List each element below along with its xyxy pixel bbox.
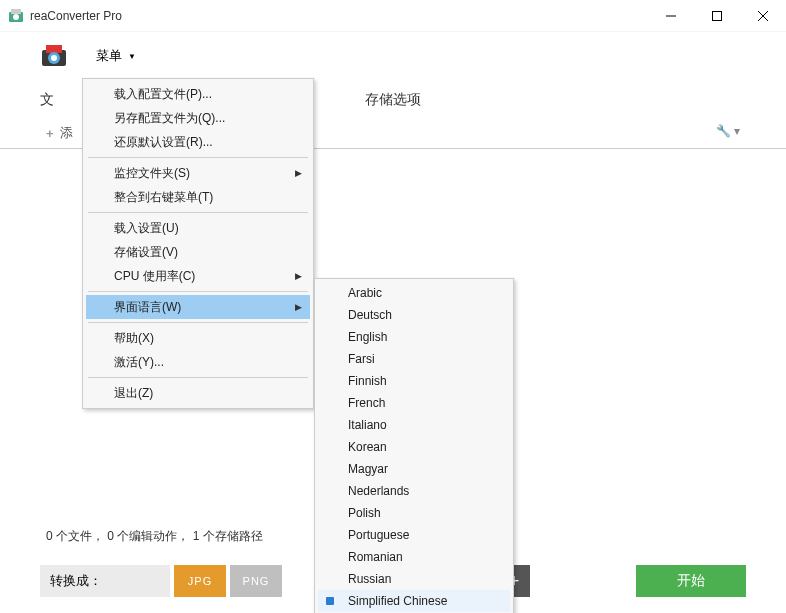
menu-load-profile[interactable]: 载入配置文件(P)... (86, 82, 310, 106)
menu-watch-folders[interactable]: 监控文件夹(S)▶ (86, 161, 310, 185)
add-files-label[interactable]: 添 (60, 124, 73, 142)
tab-storage-options[interactable]: 存储选项 (365, 91, 421, 109)
settings-wrench-button[interactable]: 🔧 ▾ (716, 124, 740, 138)
menu-separator (88, 377, 308, 378)
language-option[interactable]: Deutsch (318, 304, 510, 326)
menu-save-settings[interactable]: 存储设置(V) (86, 240, 310, 264)
language-option[interactable]: Polish (318, 502, 510, 524)
menu-separator (88, 212, 308, 213)
svg-rect-4 (713, 11, 722, 20)
menu-context-menu[interactable]: 整合到右键菜单(T) (86, 185, 310, 209)
tab-files[interactable]: 文 (40, 91, 54, 109)
format-jpg-button[interactable]: JPG (174, 565, 226, 597)
close-button[interactable] (740, 0, 786, 32)
language-option[interactable]: Arabic (318, 282, 510, 304)
minimize-button[interactable] (648, 0, 694, 32)
start-button[interactable]: 开始 (636, 565, 746, 597)
menu-load-settings[interactable]: 载入设置(U) (86, 216, 310, 240)
language-option[interactable]: French (318, 392, 510, 414)
main-menu-dropdown: 载入配置文件(P)... 另存配置文件为(Q)... 还原默认设置(R)... … (82, 78, 314, 409)
language-option[interactable]: Italiano (318, 414, 510, 436)
menu-separator (88, 322, 308, 323)
menu-cpu-usage[interactable]: CPU 使用率(C)▶ (86, 264, 310, 288)
language-option[interactable]: Finnish (318, 370, 510, 392)
convert-to-label: 转换成： (40, 565, 170, 597)
language-option[interactable]: Portuguese (318, 524, 510, 546)
svg-point-10 (51, 55, 57, 61)
chevron-right-icon: ▶ (295, 168, 302, 178)
menu-activate[interactable]: 激活(Y)... (86, 350, 310, 374)
menu-help[interactable]: 帮助(X) (86, 326, 310, 350)
status-text: 0 个文件， 0 个编辑动作， 1 个存储路径 (46, 528, 263, 545)
language-option[interactable]: Korean (318, 436, 510, 458)
menu-exit[interactable]: 退出(Z) (86, 381, 310, 405)
menu-separator (88, 291, 308, 292)
language-option[interactable]: Magyar (318, 458, 510, 480)
language-submenu: ArabicDeutschEnglishFarsiFinnishFrenchIt… (314, 278, 514, 613)
language-option[interactable]: English (318, 326, 510, 348)
language-option[interactable]: Farsi (318, 348, 510, 370)
maximize-button[interactable] (694, 0, 740, 32)
menu-interface-language[interactable]: 界面语言(W)▶ (86, 295, 310, 319)
logo-icon (40, 42, 68, 70)
chevron-right-icon: ▶ (295, 302, 302, 312)
svg-rect-1 (11, 9, 21, 14)
toolbar: 菜单 ▼ (0, 32, 786, 80)
app-icon (8, 8, 24, 24)
menu-separator (88, 157, 308, 158)
menu-button[interactable]: 菜单 ▼ (88, 43, 144, 69)
window-controls (648, 0, 786, 32)
menu-restore-defaults[interactable]: 还原默认设置(R)... (86, 130, 310, 154)
language-option[interactable]: Nederlands (318, 480, 510, 502)
language-option[interactable]: Romanian (318, 546, 510, 568)
svg-point-2 (13, 14, 19, 20)
chevron-down-icon: ▼ (128, 52, 136, 61)
menu-button-label: 菜单 (96, 47, 122, 65)
window-title: reaConverter Pro (30, 9, 648, 23)
format-png-button[interactable]: PNG (230, 565, 282, 597)
svg-rect-8 (46, 45, 62, 53)
plus-icon: + (46, 126, 54, 141)
language-option[interactable]: Russian (318, 568, 510, 590)
menu-save-profile-as[interactable]: 另存配置文件为(Q)... (86, 106, 310, 130)
title-bar: reaConverter Pro (0, 0, 786, 32)
chevron-right-icon: ▶ (295, 271, 302, 281)
language-option[interactable]: Simplified Chinese (318, 590, 510, 612)
